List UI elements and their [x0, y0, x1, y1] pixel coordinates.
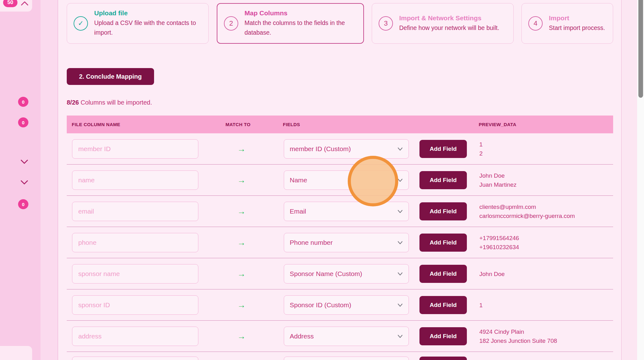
sidebar-bottom-box [0, 346, 32, 360]
chevron-down-icon[interactable] [20, 179, 29, 185]
step-card-upload-file[interactable]: ✓ Upload file Upload a CSV file with the… [67, 3, 209, 44]
chevron-down-icon[interactable] [20, 159, 29, 165]
add-field-button[interactable]: Add Field [419, 234, 467, 252]
step-number-badge: 2 [224, 16, 238, 31]
add-field-button[interactable]: Add Field [419, 202, 467, 220]
table-row-partial [67, 352, 613, 360]
zero-badge: 0 [18, 117, 28, 127]
table-body: member ID → member ID (Custom) Add Field… [67, 133, 613, 352]
preview-line: carlosmccormick@berry-guerra.com [479, 211, 575, 220]
add-field-button[interactable]: Add Field [419, 140, 467, 158]
file-column-input[interactable]: name [72, 170, 198, 190]
preview-data: John Doe [479, 258, 505, 289]
preview-line: 4924 Cindy Plain [479, 327, 557, 336]
field-select-value: Sponsor Name (Custom) [290, 270, 397, 278]
field-select[interactable]: Email [284, 202, 409, 221]
arrow-right-icon: → [237, 227, 246, 258]
field-select[interactable]: member ID (Custom) [284, 139, 409, 159]
sidebar-top-box: 50 [0, 0, 32, 12]
field-select-value: Phone number [290, 239, 397, 246]
step-card-import-network-settings[interactable]: 3 Import & Network Settings Define how y… [372, 3, 514, 44]
preview-data: +17991564246 +19610232634 [479, 227, 519, 258]
col-header-match-to: MATCH TO [225, 116, 250, 133]
table-header: FILE COLUMN NAME MATCH TO FIELDS PREVIEW… [67, 116, 613, 133]
step-description: Match the columns to the fields in the d… [245, 18, 359, 37]
field-select[interactable]: Address [284, 327, 409, 346]
sidebar: 50 0 0 0 [0, 0, 41, 360]
file-column-value: phone [78, 239, 96, 246]
file-column-input[interactable] [72, 357, 198, 360]
file-column-input[interactable]: member ID [72, 139, 198, 159]
step-description: Define how your network will be built. [399, 23, 499, 33]
preview-data: 4924 Cindy Plain 182 Jones Junction Suit… [479, 321, 557, 352]
file-column-value: sponsor ID [78, 301, 110, 309]
step-title: Import & Network Settings [399, 14, 499, 22]
col-header-file-column-name: FILE COLUMN NAME [72, 116, 120, 133]
preview-line: clientes@upmlm.com [479, 202, 575, 211]
import-summary: 8/26 Columns will be imported. [67, 99, 152, 106]
add-field-button[interactable]: Add Field [419, 296, 467, 314]
preview-data: 1 2 [479, 133, 483, 165]
field-select-value: Email [290, 208, 397, 215]
arrow-right-icon: → [237, 133, 246, 165]
table-row: email → Email Add Field clientes@upmlm.c… [67, 196, 613, 227]
table-row: sponsor name → Sponsor Name (Custom) Add… [67, 258, 613, 289]
chevron-down-icon [397, 178, 403, 182]
import-summary-text: Columns will be imported. [79, 99, 152, 106]
file-column-input[interactable]: email [72, 202, 198, 221]
preview-data: 1 [479, 289, 483, 321]
field-select[interactable]: Phone number [284, 233, 409, 252]
chevron-down-icon [397, 334, 403, 338]
preview-line: Juan Martinez [479, 180, 516, 189]
file-column-value: email [78, 208, 94, 215]
step-description: Upload a CSV file with the contacts to i… [94, 18, 204, 37]
import-count: 8/26 [67, 99, 79, 106]
add-field-button[interactable] [419, 357, 467, 360]
step-title: Import [549, 14, 605, 22]
preview-line: 182 Jones Junction Suite 708 [479, 336, 557, 345]
sidebar-strip [41, 0, 58, 360]
table-row: sponsor ID → Sponsor ID (Custom) Add Fie… [67, 289, 613, 321]
preview-line: 2 [479, 149, 483, 158]
file-column-input[interactable]: sponsor ID [72, 295, 198, 315]
main-content: ✓ Upload file Upload a CSV file with the… [58, 0, 622, 360]
file-column-value: name [78, 176, 95, 184]
table-row: name → Name Add Field John Doe Juan Mart… [67, 165, 613, 196]
conclude-mapping-button[interactable]: 2. Conclude Mapping [67, 68, 154, 85]
table-row: phone → Phone number Add Field +17991564… [67, 227, 613, 258]
step-number-badge: 3 [379, 16, 393, 31]
preview-line: John Doe [479, 269, 505, 279]
field-select[interactable]: Sponsor Name (Custom) [284, 264, 409, 284]
col-header-fields: FIELDS [283, 116, 300, 133]
count-badge: 50 [3, 0, 17, 7]
file-column-input[interactable]: phone [72, 233, 198, 252]
field-select[interactable] [284, 357, 409, 360]
preview-line: 1 [479, 140, 483, 149]
step-card-import[interactable]: 4 Import Start import process. [521, 3, 613, 44]
add-field-button[interactable]: Add Field [419, 265, 467, 283]
add-field-button[interactable]: Add Field [419, 171, 467, 189]
file-column-value: member ID [78, 145, 111, 153]
add-field-button[interactable]: Add Field [419, 327, 467, 345]
page-scrollbar[interactable] [637, 0, 644, 360]
field-select-value: Name [290, 176, 397, 184]
zero-badge: 0 [18, 97, 28, 107]
arrow-right-icon: → [237, 165, 246, 196]
step-title: Map Columns [245, 9, 359, 17]
scrollbar-thumb[interactable] [638, 0, 643, 98]
preview-line: +19610232634 [479, 243, 519, 252]
field-select[interactable]: Name [284, 170, 409, 190]
step-description: Start import process. [549, 23, 605, 33]
file-column-input[interactable]: sponsor name [72, 264, 198, 284]
file-column-value: address [78, 333, 102, 340]
field-select[interactable]: Sponsor ID (Custom) [284, 295, 409, 315]
chevron-down-icon [397, 241, 403, 244]
step-number-badge: 4 [528, 16, 543, 31]
chevron-up-icon[interactable] [21, 1, 29, 7]
chevron-down-icon [397, 210, 403, 213]
step-card-map-columns[interactable]: 2 Map Columns Match the columns to the f… [217, 3, 364, 44]
step-title: Upload file [94, 9, 204, 17]
file-column-input[interactable]: address [72, 327, 198, 346]
preview-data: clientes@upmlm.com carlosmccormick@berry… [479, 196, 575, 227]
table-row: member ID → member ID (Custom) Add Field… [67, 133, 613, 165]
